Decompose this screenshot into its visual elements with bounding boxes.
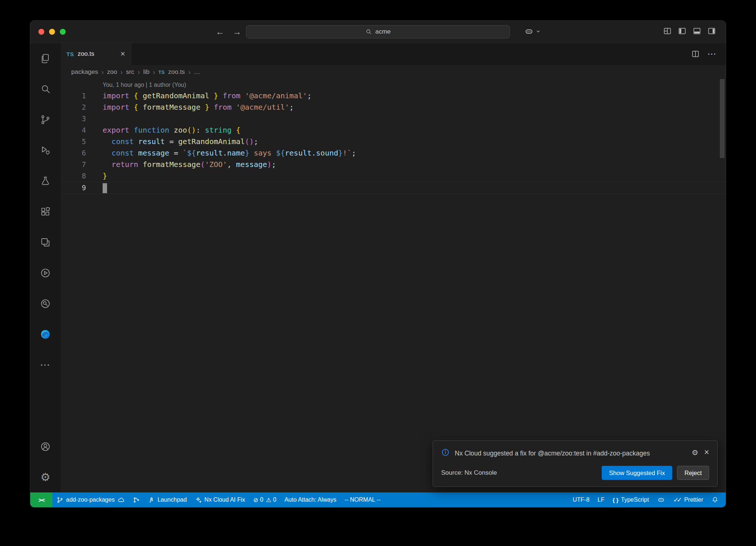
notification-close-icon[interactable]: ×	[704, 448, 709, 456]
code-token: {	[134, 103, 138, 112]
problems-item[interactable]: ⊘ 0 ⚠ 0	[249, 492, 281, 507]
reject-button[interactable]: Reject	[677, 466, 709, 480]
beaker-icon	[40, 175, 51, 187]
minimize-window-button[interactable]	[49, 29, 55, 35]
copilot-status-item[interactable]	[653, 492, 669, 507]
code-token: ;	[307, 91, 312, 100]
notification-toast: Nx Cloud suggested a fix for @acme/zoo:t…	[433, 440, 718, 487]
chevron-right-icon: ›	[138, 68, 140, 76]
code-token: .	[312, 149, 316, 157]
notification-settings-icon[interactable]: ⚙	[692, 448, 698, 457]
breadcrumb-item[interactable]: …	[194, 68, 200, 76]
tab-zoo-ts[interactable]: TS zoo.ts ×	[61, 43, 131, 65]
vim-mode-item[interactable]: -- NORMAL --	[340, 492, 385, 507]
copilot-icon	[657, 496, 665, 504]
breadcrumb: packages › zoo › src › lib › TS zoo.ts ›…	[61, 65, 726, 79]
code-token: says	[249, 149, 276, 157]
notifications-item[interactable]	[707, 492, 723, 507]
breadcrumb-item[interactable]: packages	[71, 68, 98, 76]
sidebar-item-testing[interactable]	[30, 165, 61, 196]
code-token: ;	[254, 137, 258, 146]
sidebar-item-additional-views[interactable]: ⋯	[30, 349, 61, 380]
code-token: =	[165, 137, 178, 146]
code-token: from	[223, 91, 240, 100]
more-actions-icon[interactable]: ⋯	[707, 49, 716, 59]
vim-block-cursor	[103, 183, 107, 193]
line-number: 4	[61, 124, 86, 136]
search-value: acme	[375, 28, 391, 35]
tab-bar: TS zoo.ts × ⋯	[61, 43, 726, 65]
code-line[interactable]: 9	[61, 182, 726, 194]
settings-button[interactable]: ⚙	[30, 462, 61, 492]
line-number: 7	[61, 159, 86, 170]
code-editor[interactable]: You, 1 hour ago | 1 author (You) 1import…	[61, 79, 726, 492]
edge-icon	[40, 329, 51, 340]
code-line[interactable]: 5 const result = getRandomAnimal();	[61, 136, 726, 147]
sidebar-item-run-debug[interactable]	[30, 135, 61, 165]
code-line[interactable]: 8}	[61, 170, 726, 182]
git-graph-item[interactable]	[129, 492, 144, 507]
git-branch-item[interactable]: add-zoo-packages	[52, 492, 129, 507]
sidebar-item-edge-tools[interactable]	[30, 319, 61, 349]
breadcrumb-item[interactable]: zoo	[107, 68, 117, 76]
errors-group: ⊘ 0	[253, 496, 263, 504]
breadcrumb-item[interactable]: src	[126, 68, 134, 76]
auto-attach-item[interactable]: Auto Attach: Always	[281, 492, 341, 507]
bell-icon	[711, 496, 719, 504]
editor-scrollbar[interactable]	[720, 79, 725, 158]
encoding-item[interactable]: UTF-8	[568, 492, 593, 507]
sidebar-item-remote-search[interactable]	[30, 288, 61, 319]
formatter-item[interactable]: ✓✓ Prettier	[669, 492, 707, 507]
launchpad-item[interactable]: Launchpad	[144, 492, 191, 507]
code-text: const result = getRandomAnimal();	[103, 136, 258, 147]
line-number: 8	[61, 170, 86, 182]
code-token	[129, 103, 134, 112]
code-token: result	[138, 137, 165, 146]
sidebar-item-source-control[interactable]	[30, 104, 61, 135]
code-token: `	[183, 149, 187, 157]
breadcrumb-item[interactable]: zoo.ts	[168, 68, 185, 76]
git-graph-icon	[133, 496, 140, 504]
go-back-button[interactable]: ←	[213, 26, 227, 38]
nx-cloud-ai-fix-item[interactable]: Nx Cloud AI Fix	[191, 492, 249, 507]
sidebar-item-windows[interactable]	[30, 227, 61, 257]
toggle-primary-sidebar-icon[interactable]	[678, 27, 687, 35]
code-line[interactable]: 7 return formatMessage('ZOO', message);	[61, 159, 726, 170]
code-line[interactable]: 3	[61, 113, 726, 124]
code-line[interactable]: 1import { getRandomAnimal } from '@acme/…	[61, 90, 726, 102]
breadcrumb-item[interactable]: lib	[143, 68, 150, 76]
code-token	[129, 126, 134, 134]
code-token: export	[103, 126, 129, 134]
cloud-upload-icon	[117, 496, 125, 504]
eol-item[interactable]: LF	[594, 492, 609, 507]
close-window-button[interactable]	[38, 29, 44, 35]
code-line[interactable]: 2import { formatMessage } from '@acme/ut…	[61, 102, 726, 113]
remote-icon: ><	[38, 496, 44, 504]
language-mode-item[interactable]: { } TypeScript	[608, 492, 653, 507]
sidebar-item-explorer[interactable]	[30, 43, 61, 74]
accounts-button[interactable]	[30, 431, 61, 462]
sidebar-item-search[interactable]	[30, 74, 61, 104]
toggle-secondary-sidebar-icon[interactable]	[707, 27, 716, 35]
code-line[interactable]: 6 const message = `${result.name} says $…	[61, 147, 726, 159]
close-tab-icon[interactable]: ×	[120, 50, 125, 58]
code-token: import	[103, 103, 129, 112]
sidebar-item-run-circle[interactable]	[30, 257, 61, 288]
toggle-panel-icon[interactable]	[693, 27, 701, 35]
code-line[interactable]: 4export function zoo(): string {	[61, 124, 726, 136]
chevron-right-icon: ›	[102, 68, 104, 76]
windows-icon	[40, 237, 51, 248]
go-forward-button[interactable]: →	[230, 26, 244, 38]
error-count: 0	[260, 496, 264, 503]
remote-indicator[interactable]: ><	[30, 492, 52, 507]
copilot-menu[interactable]	[524, 27, 541, 36]
command-center-search[interactable]: acme	[246, 25, 510, 38]
code-token	[209, 103, 214, 112]
zoom-window-button[interactable]	[60, 29, 66, 35]
show-suggested-fix-button[interactable]: Show Suggested Fix	[602, 466, 672, 480]
customize-layout-icon[interactable]	[663, 27, 672, 35]
sidebar-item-extensions[interactable]	[30, 196, 61, 227]
split-editor-icon[interactable]	[691, 50, 700, 58]
code-token: ;	[272, 160, 276, 169]
code-token: ()	[245, 137, 254, 146]
